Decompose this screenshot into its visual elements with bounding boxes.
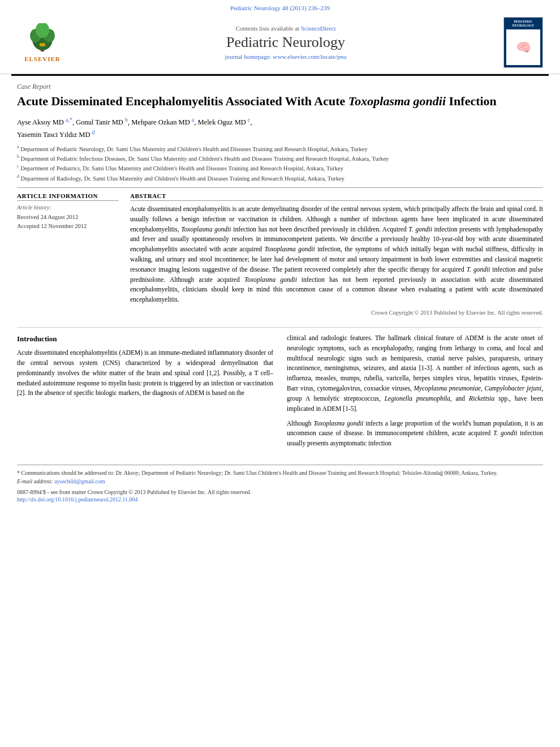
bottom-footer: 0887-8994/$ - see front matter Crown Cop…: [0, 486, 560, 508]
accepted-date: Accepted 12 November 2012: [17, 222, 119, 231]
footnote-email: E-mail address: aysechild@gmail.com: [17, 477, 543, 486]
article-history-label: Article history:: [17, 204, 119, 211]
doi-link[interactable]: http://dx.doi.org/10.1016/j.pediatrneuro…: [17, 496, 543, 503]
journal-ref: Pediatric Neurology 48 (2013) 236–239: [11, 5, 549, 11]
authors-line: Ayse Aksoy MD a,*, Gonul Tanir MD b, Meh…: [17, 115, 543, 140]
elsevier-tree-icon: [25, 23, 59, 54]
article-info-header: ARTICLE INFORMATION: [17, 192, 119, 201]
affil-d: Department of Radiology, Dr. Sami Ulus M…: [21, 175, 345, 181]
affiliations: a Department of Pediatric Neurology, Dr.…: [17, 144, 543, 183]
body-divider: [17, 327, 543, 328]
footnote-star-text: * Communications should be addressed to:…: [17, 469, 543, 477]
sciencedirect-link: Contents lists available at ScienceDirec…: [74, 25, 498, 32]
abstract-header: ABSTRACT: [130, 192, 543, 201]
article-title: Acute Disseminated Encephalomyelitis Ass…: [17, 93, 543, 110]
affil-a: Department of Pediatric Neurology, Dr. S…: [20, 145, 368, 152]
cover-title-text: PEDIATRIC NEUROLOGY: [506, 20, 540, 28]
elsevier-label: ELSEVIER: [24, 55, 61, 62]
issn-text: 0887-8994/$ - see front matter Crown Cop…: [17, 489, 543, 495]
body-col-right: clinical and radiologic features. The ha…: [287, 333, 543, 453]
elsevier-logo: ELSEVIER: [17, 23, 68, 62]
journal-title: Pediatric Neurology: [74, 34, 498, 51]
email-link[interactable]: aysechild@gmail.com: [54, 478, 105, 484]
cover-image: 🧠: [506, 29, 540, 65]
article-section-label: Case Report: [17, 83, 543, 91]
affil-b: Department of Pediatric Infectious Disea…: [21, 156, 389, 162]
article-title-italic: Toxoplasma gondii: [348, 94, 446, 108]
body-columns: Introduction Acute disseminated encephal…: [0, 333, 560, 453]
article-title-plain: Acute Disseminated Encephalomyelitis Ass…: [17, 94, 348, 108]
article-info-abstract: ARTICLE INFORMATION Article history: Rec…: [17, 192, 543, 316]
copyright-text: Crown Copyright © 2013 Published by Else…: [130, 310, 543, 316]
intro-p2: clinical and radiologic features. The ha…: [287, 333, 543, 414]
intro-p1: Acute disseminated encephalomyelitis (AD…: [17, 348, 273, 398]
received-date: Received 24 August 2012: [17, 213, 119, 222]
article-info-col: ARTICLE INFORMATION Article history: Rec…: [17, 192, 119, 316]
journal-cover-thumbnail: PEDIATRIC NEUROLOGY 🧠: [503, 17, 543, 68]
journal-header: Pediatric Neurology 48 (2013) 236–239 EL…: [0, 0, 560, 74]
page: Pediatric Neurology 48 (2013) 236–239 EL…: [0, 0, 560, 747]
info-divider: [17, 187, 543, 188]
abstract-body: Acute disseminated encephalomyelitis is …: [130, 204, 543, 305]
footnotes: * Communications should be addressed to:…: [17, 465, 543, 486]
brain-icon: 🧠: [516, 40, 531, 55]
affil-c: Department of Pediatrics, Dr. Sami Ulus …: [20, 165, 343, 171]
main-content: Case Report Acute Disseminated Encephalo…: [0, 76, 560, 321]
intro-title: Introduction: [17, 333, 273, 345]
sciencedirect-anchor[interactable]: ScienceDirect: [301, 25, 336, 32]
abstract-col: ABSTRACT Acute disseminated encephalomye…: [130, 192, 543, 316]
article-title-end: Infection: [446, 94, 497, 108]
journal-homepage: journal homepage: www.elsevier.com/locat…: [74, 53, 498, 60]
svg-rect-5: [40, 43, 45, 46]
journal-center: Contents lists available at ScienceDirec…: [68, 25, 503, 60]
body-col-left: Introduction Acute disseminated encephal…: [17, 333, 273, 453]
intro-p3: Although Toxoplasma gondii infects a lar…: [287, 419, 543, 449]
